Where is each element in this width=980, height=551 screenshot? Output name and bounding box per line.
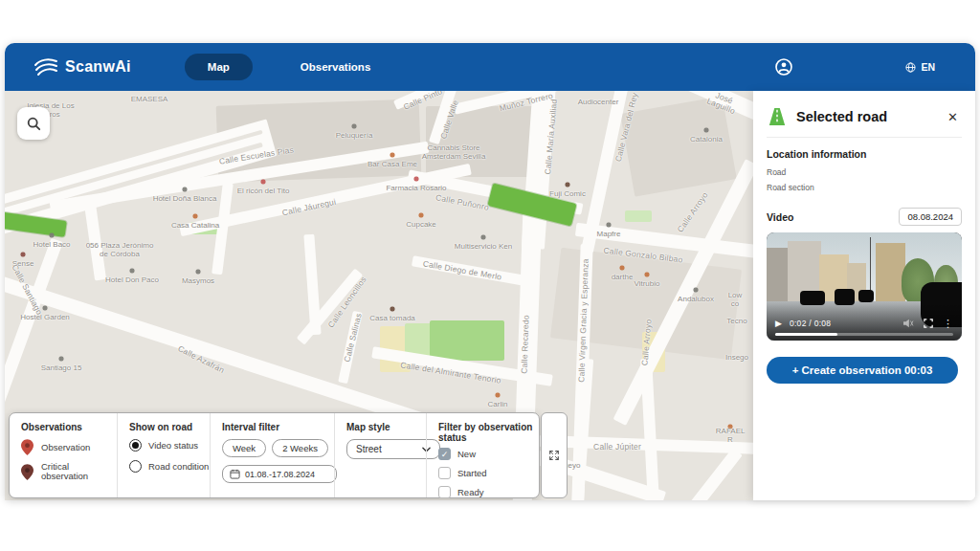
status-filter-group: Filter by observation status ✓NewStarted… [426, 413, 539, 497]
language-switcher[interactable]: EN [905, 61, 935, 73]
map-canvas[interactable]: EMASESAIglesia de Los cerosCalle Escuela… [5, 91, 753, 500]
date-range-input[interactable]: 01.08.-17.08.2024 [222, 465, 337, 483]
more-options-icon[interactable]: ⋮ [943, 319, 953, 328]
content: EMASESAIglesia de Los cerosCalle Escuela… [5, 91, 975, 500]
map-poi-icon [620, 266, 625, 271]
map-label: El ricón del Tito [237, 187, 290, 195]
filter-panel: Observations ObservationCritical observa… [9, 412, 540, 498]
show-on-road-group: Show on road Video statusRoad condition [117, 413, 210, 497]
map-road [83, 196, 106, 281]
map-search-button[interactable] [17, 107, 50, 140]
radio-icon [129, 439, 142, 452]
interval-pill-button[interactable]: 2 Weeks [272, 439, 328, 457]
globe-icon [905, 62, 916, 73]
map-road [5, 238, 63, 422]
map-label: Carlin [488, 400, 508, 408]
video-heading: Video [767, 211, 793, 223]
map-label: EMASESA [131, 95, 168, 103]
map-poi-icon [419, 213, 424, 218]
date-range-value: 01.08.-17.08.2024 [245, 470, 315, 479]
map-poi-icon [481, 235, 486, 240]
video-control-row: ▶ 0:02 / 0:08 [775, 319, 953, 328]
language-label: EN [921, 61, 935, 73]
map-poi-icon [261, 180, 266, 185]
map-poi-icon [645, 273, 650, 277]
map-label: Calle Puñonro [434, 193, 489, 212]
map-poi-icon [196, 270, 201, 275]
map-style-group: Map style Street [334, 413, 426, 497]
map-label: Santiago 15 [41, 364, 82, 372]
video-header: Video 08.08.2024 [753, 198, 975, 232]
legend-item: Critical observation [21, 462, 117, 481]
fullscreen-icon[interactable] [924, 319, 933, 328]
map-area [625, 210, 652, 222]
map-poi-icon [390, 153, 395, 158]
interval-pill-button[interactable]: Week [222, 439, 266, 457]
video-right-controls: ⋮ [902, 319, 953, 328]
interval-filter-group: Interval filter Week2 Weeks 01.08.-17.08… [210, 413, 334, 497]
scanwai-logo: ScanwAi [33, 57, 131, 77]
navbar-right: EN [775, 58, 935, 76]
map-poi-icon [414, 177, 419, 182]
legend-title: Observations [21, 422, 117, 432]
video-progress-track[interactable] [775, 333, 953, 336]
radio-option[interactable]: Road condition [129, 460, 210, 473]
map-road [682, 448, 743, 500]
map-road [303, 234, 321, 336]
map-poi-icon [43, 306, 48, 311]
status-filter-title: Filter by observation status [438, 422, 539, 443]
close-icon[interactable]: ✕ [944, 108, 962, 126]
map-label: Cupcake [406, 220, 436, 229]
map-style-value: Street [356, 444, 382, 454]
calendar-icon [230, 469, 240, 479]
radio-option[interactable]: Video status [129, 439, 210, 452]
map-expand-button[interactable] [541, 412, 568, 498]
location-heading: Location information [767, 148, 962, 160]
map-label: Casa tomada [369, 314, 415, 322]
status-checkbox-option[interactable]: ✓New [438, 448, 539, 460]
top-navbar: ScanwAi Map Observations [5, 43, 975, 91]
map-road [640, 359, 659, 500]
road-field: Road [767, 167, 962, 177]
road-section-field: Road section [767, 183, 962, 192]
checkbox-icon [438, 486, 451, 498]
expand-icon [548, 450, 560, 461]
map-poi-icon [566, 183, 570, 187]
checkbox-icon [438, 467, 451, 479]
map-label: Calle Arroyo [676, 190, 709, 233]
map-label: Masymos [182, 276, 214, 285]
video-date-selector[interactable]: 08.08.2024 [899, 208, 962, 226]
tab-map[interactable]: Map [185, 54, 253, 80]
map-label: Hotel Doña Blanca [153, 194, 217, 203]
tab-observations[interactable]: Observations [278, 54, 394, 80]
mute-icon[interactable] [902, 319, 914, 328]
observations-legend: Observations ObservationCritical observa… [10, 413, 117, 497]
main-tabs: Map Observations [185, 54, 394, 80]
map-poi-icon [390, 307, 395, 312]
map-poi-icon [130, 269, 135, 274]
map-road [338, 311, 363, 384]
play-icon[interactable]: ▶ [775, 319, 782, 328]
observation-pin-icon [21, 439, 33, 455]
radio-icon [129, 460, 142, 473]
map-poi-icon [183, 187, 188, 192]
status-checkbox-option[interactable]: Started [438, 467, 539, 479]
page: ScanwAi Map Observations [0, 0, 980, 551]
create-observation-button[interactable]: + Create observation 00:03 [767, 357, 958, 384]
map-poi-icon [704, 128, 709, 133]
checkbox-icon: ✓ [438, 448, 451, 460]
map-label: Hotel Don Paco [105, 276, 159, 284]
map-area [430, 320, 504, 361]
show-on-road-title: Show on road [129, 422, 210, 432]
video-player[interactable]: ▶ 0:02 / 0:08 [767, 232, 962, 341]
app-window: ScanwAi Map Observations [5, 43, 975, 500]
map-area [620, 96, 737, 196]
user-icon[interactable] [775, 58, 792, 76]
church-tower [876, 243, 905, 303]
video-progress-fill [775, 333, 837, 336]
map-poi-icon [607, 223, 612, 228]
status-checkbox-option[interactable]: Ready [438, 486, 539, 498]
selected-road-panel: Selected road ✕ Location information Roa… [753, 91, 975, 500]
panel-header: Selected road ✕ [753, 91, 975, 137]
map-style-title: Map style [346, 422, 426, 432]
